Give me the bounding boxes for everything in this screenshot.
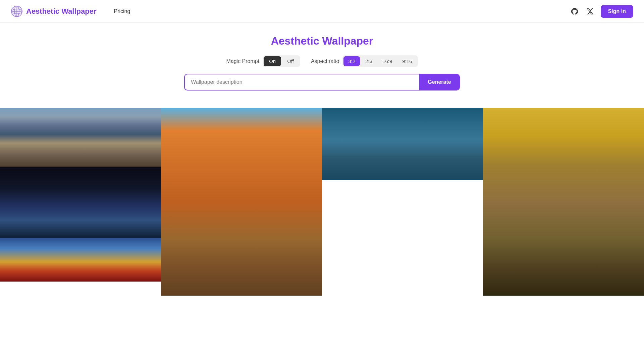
x-twitter-icon[interactable] <box>585 7 595 16</box>
search-input[interactable] <box>184 74 419 90</box>
img-abandoned-house <box>0 108 161 167</box>
search-bar-container: Generate <box>0 74 644 90</box>
list-item[interactable] <box>322 108 483 180</box>
nav-logo[interactable]: Aesthetic Wallpaper <box>11 5 96 17</box>
list-item[interactable] <box>0 167 161 238</box>
generate-button[interactable]: Generate <box>419 74 460 90</box>
img-dandelion <box>322 108 483 180</box>
list-item[interactable] <box>0 108 161 167</box>
aspect-ratio-control: Aspect ratio 3:2 2:3 16:9 9:16 <box>311 55 418 67</box>
hero-section: Aesthetic Wallpaper Magic Prompt On Off … <box>0 23 644 108</box>
magic-prompt-control: Magic Prompt On Off <box>226 55 300 67</box>
gallery <box>0 108 644 296</box>
page-title: Aesthetic Wallpaper <box>0 35 644 47</box>
globe-icon <box>11 5 23 17</box>
img-blue-tulips <box>0 167 161 238</box>
list-item[interactable] <box>161 108 322 296</box>
gallery-col-1 <box>0 108 161 296</box>
list-item[interactable] <box>483 108 644 296</box>
navbar: Aesthetic Wallpaper Pricing Sign In <box>0 0 644 23</box>
aspect-ratio-label: Aspect ratio <box>311 58 339 64</box>
list-item[interactable] <box>0 238 161 282</box>
sign-in-button[interactable]: Sign In <box>601 5 633 18</box>
aspect-ratio-9-16[interactable]: 9:16 <box>397 56 417 66</box>
nav-right: Sign In <box>570 5 633 18</box>
nav-logo-text: Aesthetic Wallpaper <box>26 7 96 16</box>
img-sunset-poppy <box>0 238 161 282</box>
aspect-ratio-group: 3:2 2:3 16:9 9:16 <box>342 55 418 67</box>
toggle-off-button[interactable]: Off <box>282 56 299 66</box>
gallery-col-2 <box>161 108 322 296</box>
toggle-group: On Off <box>263 55 300 67</box>
toggle-on-button[interactable]: On <box>264 56 281 66</box>
aspect-ratio-2-3[interactable]: 2:3 <box>361 56 377 66</box>
nav-link-pricing[interactable]: Pricing <box>110 6 134 16</box>
aspect-ratio-16-9[interactable]: 16:9 <box>378 56 397 66</box>
gallery-col-3 <box>322 108 483 296</box>
img-autumn-tree <box>161 108 322 296</box>
github-icon[interactable] <box>570 7 579 16</box>
controls-bar: Magic Prompt On Off Aspect ratio 3:2 2:3… <box>0 55 644 67</box>
aspect-ratio-3-2[interactable]: 3:2 <box>343 56 360 66</box>
magic-prompt-label: Magic Prompt <box>226 58 259 64</box>
img-bird <box>483 108 644 296</box>
nav-links: Pricing <box>110 6 134 16</box>
gallery-col-4 <box>483 108 644 296</box>
